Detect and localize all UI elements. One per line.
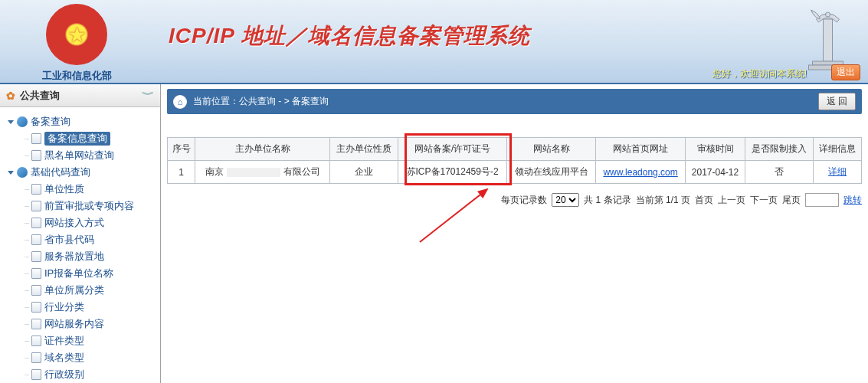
page-input[interactable] [805,193,839,207]
page-icon [31,336,41,346]
tree-item-label: 行政级别 [44,368,84,381]
system-title: ICP/IP 地址／域名信息备案管理系统 [169,21,530,51]
tree-connector-icon: ┈ [25,320,28,329]
tree-item[interactable]: ┈证件类型 [25,332,160,349]
table-cell: 1 [168,161,195,184]
tree-item[interactable]: ┈单位所属分类 [25,282,160,299]
svg-rect-0 [824,19,833,61]
tree-item-label: 备案信息查询 [44,132,110,146]
next-page-link[interactable]: 下一页 [750,194,778,207]
tree-connector-icon: ┈ [25,236,28,244]
tree-item-label: 黑名单网站查询 [44,149,114,162]
tree-item[interactable]: ┈黑名单网站查询 [25,147,160,164]
tree-item[interactable]: ┈行政级别 [25,366,160,383]
expand-arrow-icon [8,171,14,175]
tree-connector-icon: ┈ [25,303,28,312]
page-icon [31,369,41,380]
main-content: ⌂ 当前位置：公共查询 - > 备案查询 返 回 序号主办单位名称主办单位性质网… [161,84,868,383]
tree-connector-icon: ┈ [25,371,28,379]
tree-item-label: 前置审批或专项内容 [44,199,134,213]
page-icon [31,285,41,296]
sidebar-title: 公共查询 [20,89,60,103]
table-header-cell: 网站备案/许可证号 [398,138,506,161]
tree-item[interactable]: ┈服务器放置地 [25,248,160,265]
table-cell: 领动在线应用平台 [507,161,596,184]
table-cell: 2017-04-12 [686,161,745,184]
ministry-label: 工业和信息化部 [42,69,112,83]
table-header-cell: 序号 [168,138,195,161]
national-emblem-icon [46,4,107,65]
perpage-select[interactable]: 20 [552,193,579,207]
tree-item[interactable]: ┈备案信息查询 [25,130,160,147]
tree-connector-icon: ┈ [25,270,28,278]
page-icon [31,133,41,144]
tree-connector-icon: ┈ [25,337,28,345]
prev-page-link[interactable]: 上一页 [718,194,745,207]
home-icon[interactable]: ⌂ [173,95,187,109]
table-header-cell: 主办单位名称 [195,138,329,161]
org-prefix: 南京 [205,166,224,177]
tree-connector-icon: ┈ [25,152,28,160]
tree-item-label: 省市县代码 [44,233,94,247]
page-icon [31,251,41,262]
page-icon [31,234,41,245]
exit-button[interactable]: 退出 [831,64,860,80]
table-header-cell: 审核时间 [686,138,745,161]
tree-item[interactable]: ┈单位性质 [25,181,160,198]
tree-item-label: 网站服务内容 [44,317,104,331]
tree-item[interactable]: ┈前置审批或专项内容 [25,198,160,214]
pagination: 每页记录数 20 共 1 条记录 当前第 1/1 页 首页 上一页 下一页 尾页… [167,193,862,207]
table-header-cell: 主办单位性质 [329,138,398,161]
table-cell: 详细 [814,161,862,184]
tree-item[interactable]: ┈网站接入方式 [25,214,160,231]
page-icon [31,218,41,228]
perpage-label: 每页记录数 [501,194,547,207]
tree-item[interactable]: ┈省市县代码 [25,231,160,248]
table-cell: 苏ICP备17012459号-2 [398,161,506,184]
table-header-cell: 详细信息 [814,138,862,161]
page-icon [31,201,41,211]
tree-connector-icon: ┈ [25,185,28,194]
expand-arrow-icon [8,120,14,124]
sidebar-header[interactable]: ✿ 公共查询 ︾ [0,84,160,107]
tree-group-label: 基础代码查询 [31,165,90,179]
tree-item-label: 证件类型 [44,334,84,348]
globe-icon [17,167,28,178]
globe-icon [17,116,28,127]
tree-item-label: 域名类型 [44,351,84,365]
tree-connector-icon: ┈ [25,286,28,295]
chevron-down-icon: ︾ [142,90,154,100]
tree-item[interactable]: ┈网站服务内容 [25,316,160,332]
first-page-link[interactable]: 首页 [695,194,713,207]
tree-group-label: 备案查询 [31,115,70,129]
tree-group[interactable]: 备案查询 [8,113,160,130]
table-cell: 南京有限公司 [195,161,329,184]
table-header-cell: 网站首页网址 [595,138,685,161]
header: 工业和信息化部 ICP/IP 地址／域名信息备案管理系统 您好，欢迎访问本系统!… [0,0,868,84]
org-suffix: 有限公司 [283,166,320,177]
page-icon [31,268,41,279]
tree-item-label: IP报备单位名称 [44,267,113,280]
breadcrumb-text: 当前位置：公共查询 - > 备案查询 [193,95,329,108]
site-url-link[interactable]: www.leadong.com [603,167,677,178]
tree-item-label: 行业分类 [44,300,84,314]
page-icon [31,150,41,161]
redacted-block [227,168,280,177]
last-page-link[interactable]: 尾页 [782,194,801,207]
detail-link[interactable]: 详细 [828,166,847,177]
back-button[interactable]: 返 回 [818,93,856,110]
tree-item[interactable]: ┈IP报备单位名称 [25,265,160,282]
tree-connector-icon: ┈ [25,253,28,261]
tree-connector-icon: ┈ [25,219,28,228]
tree-item[interactable]: ┈域名类型 [25,349,160,366]
table-cell: 企业 [329,161,398,184]
tree-item-label: 单位性质 [44,182,84,196]
tree-item-label: 单位所属分类 [44,283,104,297]
tree-connector-icon: ┈ [25,202,28,211]
tree-group[interactable]: 基础代码查询 [8,164,160,181]
tree-item-label: 网站接入方式 [44,216,104,230]
table-header-cell: 网站名称 [507,138,596,161]
jump-link[interactable]: 跳转 [843,194,862,207]
tree-item[interactable]: ┈行业分类 [25,299,160,316]
breadcrumb: ⌂ 当前位置：公共查询 - > 备案查询 返 回 [167,89,862,114]
